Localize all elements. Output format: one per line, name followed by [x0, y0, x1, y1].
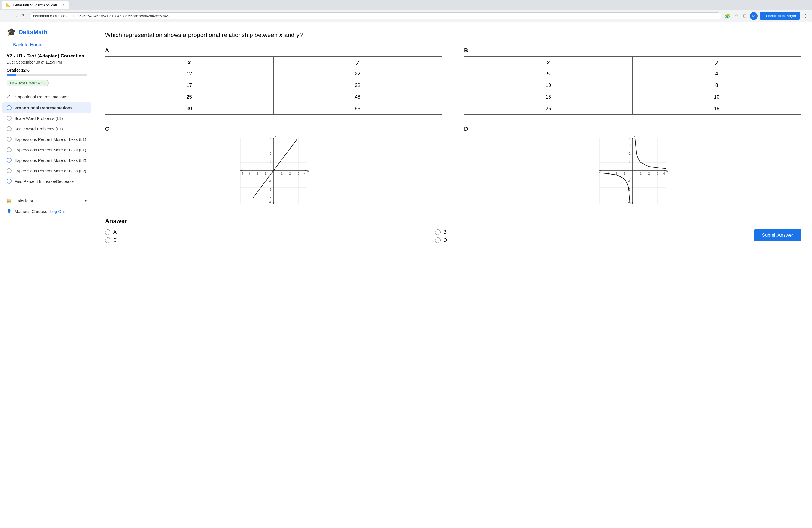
option-b-block: B x y 54 108 1510 2515 — [464, 47, 801, 115]
answer-option-a[interactable]: A — [105, 229, 418, 235]
forward-browser-button[interactable]: → — [12, 12, 19, 19]
answer-choices: A B C D — [105, 229, 749, 243]
logo-icon: 🎓 — [6, 28, 16, 37]
circle-icon-4 — [6, 137, 12, 142]
sidebar-item-6[interactable]: Expressions Percent More or Less (L2) — [2, 155, 91, 165]
svg-text:3: 3 — [270, 144, 272, 147]
app-layout: 🎓 DeltaMath ← Back to Home Y7 - U1 - Tes… — [0, 22, 812, 528]
svg-text:3: 3 — [656, 172, 658, 175]
main-content: Which representation shows a proportiona… — [94, 22, 812, 528]
answer-option-b[interactable]: B — [435, 229, 749, 235]
svg-text:1: 1 — [640, 172, 642, 175]
active-tab[interactable]: 📐 DeltaMath Student Applicati... ✕ — [2, 1, 69, 10]
option-c-label: C — [105, 126, 442, 132]
extensions-button[interactable]: 🧩 — [724, 12, 731, 19]
logo-area: 🎓 DeltaMath — [0, 28, 93, 42]
svg-text:2: 2 — [629, 152, 630, 155]
calculator-label: Calculator — [15, 199, 33, 203]
calculator-icon: 🧮 — [6, 198, 12, 203]
back-to-home-link[interactable]: ← Back to Home — [0, 42, 93, 53]
answer-option-c[interactable]: C — [105, 237, 418, 243]
back-arrow-icon: ← — [6, 42, 11, 48]
calculator-item[interactable]: 🧮 Calculator ▾ — [4, 195, 89, 206]
reload-button[interactable]: ↻ — [21, 12, 27, 19]
avatar[interactable]: M — [750, 12, 758, 20]
svg-text:1: 1 — [281, 172, 282, 175]
circle-icon-6 — [6, 158, 12, 163]
option-c-block: C — [105, 126, 442, 207]
svg-text:-1: -1 — [628, 180, 630, 183]
answer-label-d: D — [443, 237, 447, 243]
svg-text:-2: -2 — [269, 188, 272, 191]
table-row: 108 — [464, 80, 801, 91]
table-b-header-x: x — [464, 57, 633, 68]
sidebar-item-label-6: Expressions Percent More or Less (L2) — [14, 158, 86, 163]
user-left: 👤 Matheus Cardoso — [6, 209, 47, 214]
svg-text:2: 2 — [289, 172, 291, 175]
grade-label: Grade: 12% — [0, 68, 93, 72]
back-browser-button[interactable]: ← — [3, 12, 10, 19]
circle-icon-1 — [6, 105, 12, 110]
svg-text:4: 4 — [270, 137, 272, 140]
due-date: Due: September 30 at 11:59 PM — [0, 60, 93, 64]
browser-more-button[interactable]: ⋮ — [802, 12, 809, 19]
tab-bar: 📐 DeltaMath Student Applicati... ✕ + — [0, 0, 812, 10]
graph-d: 1 2 3 4 -1 -2 -3 -4 1 2 3 4 -1 -2 — [597, 135, 668, 207]
svg-text:-1: -1 — [269, 180, 272, 183]
new-tab-button[interactable]: + — [70, 2, 73, 8]
svg-text:x: x — [666, 169, 668, 172]
svg-text:1: 1 — [270, 160, 272, 163]
sidebar-item-label-8: Find Percent Increase/Decrease — [14, 179, 74, 184]
sidebar-item-2[interactable]: Scale Word Problems (L1) — [2, 113, 91, 123]
graph-c-container: 1 2 3 4 -1 -2 -3 -4 1 2 3 4 -1 -2 — [105, 135, 442, 207]
sidebar-item-8[interactable]: Find Percent Increase/Decrease — [2, 176, 91, 186]
svg-text:4: 4 — [663, 172, 665, 175]
option-d-block: D — [464, 126, 801, 207]
table-row: 3058 — [105, 103, 442, 115]
user-name: Matheus Cardoso — [15, 209, 47, 214]
radio-d[interactable] — [435, 237, 440, 243]
svg-text:4: 4 — [629, 137, 630, 140]
sidebar-item-0[interactable]: ✓ Proportional Representations — [2, 91, 91, 102]
svg-text:1: 1 — [629, 160, 630, 163]
svg-text:3: 3 — [298, 172, 299, 175]
circle-icon-3 — [6, 126, 12, 131]
calculator-left: 🧮 Calculator — [6, 198, 33, 203]
bookmark-button[interactable]: ☆ — [734, 12, 740, 19]
svg-text:3: 3 — [629, 144, 630, 147]
option-a-block: A x y 1222 1732 2548 3058 — [105, 47, 442, 115]
table-row: 2515 — [464, 103, 801, 115]
progress-bar-fill — [6, 74, 16, 76]
sidebar-item-3[interactable]: Scale Word Problems (L1) — [2, 123, 91, 134]
tab-favicon: 📐 — [6, 3, 11, 7]
sidebar-item-4[interactable]: Expressions Percent More or Less (L1) — [2, 134, 91, 144]
tab-close-button[interactable]: ✕ — [62, 3, 65, 7]
logo-math: Math — [33, 29, 47, 35]
radio-c[interactable] — [105, 237, 111, 243]
question-text: Which representation shows a proportiona… — [105, 30, 801, 40]
graph-d-container: 1 2 3 4 -1 -2 -3 -4 1 2 3 4 -1 -2 — [464, 135, 801, 207]
url-bar[interactable]: deltamath.com/app/student/3525364/245376… — [29, 12, 721, 19]
sidebar-item-7[interactable]: Expressions Percent More or Less (L2) — [2, 165, 91, 176]
back-label: Back to Home — [13, 42, 43, 48]
assignment-title: Y7 - U1 - Test (Adapted) Correction — [0, 53, 93, 59]
sidebar-item-label-1: Proportional Representations — [14, 105, 73, 110]
radio-b[interactable] — [435, 230, 440, 235]
svg-text:-2: -2 — [256, 172, 258, 175]
sidebar-divider — [0, 190, 93, 190]
graph-c: 1 2 3 4 -1 -2 -3 -4 1 2 3 4 -1 -2 — [237, 135, 309, 207]
new-grade-badge: New Test Grade: 41% — [6, 79, 48, 86]
sidebar-item-label-4: Expressions Percent More or Less (L1) — [14, 137, 86, 142]
answer-option-d[interactable]: D — [435, 237, 749, 243]
menu-button[interactable]: ⊞ — [742, 12, 748, 19]
answer-label-c: C — [113, 237, 117, 243]
radio-a[interactable] — [105, 230, 111, 235]
submit-answer-button[interactable]: Submit Answer — [754, 229, 801, 241]
svg-text:y: y — [275, 135, 276, 137]
check-icon: ✓ — [6, 93, 11, 100]
table-row: 1732 — [105, 80, 442, 91]
update-button[interactable]: Concluir atualização — [760, 12, 800, 19]
sidebar-item-5[interactable]: Expressions Percent More or Less (L1) — [2, 144, 91, 155]
logout-link[interactable]: Log Out — [50, 209, 64, 214]
sidebar-item-1[interactable]: Proportional Representations — [2, 102, 91, 113]
